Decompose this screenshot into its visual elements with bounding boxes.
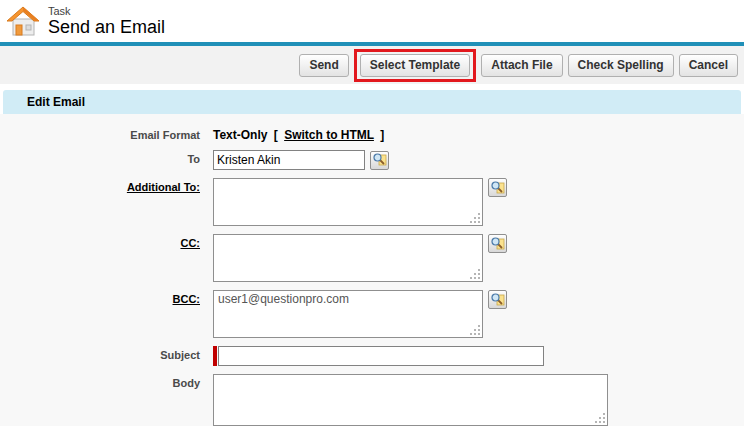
bcc-textarea[interactable]: user1@questionpro.com — [213, 290, 483, 338]
subject-input[interactable] — [218, 346, 544, 366]
magnifier-icon — [491, 181, 505, 195]
cancel-button[interactable]: Cancel — [679, 54, 738, 77]
bcc-lookup-button[interactable] — [488, 290, 507, 309]
required-field-bar — [213, 346, 217, 366]
page-header: Task Send an Email — [0, 0, 744, 42]
additional-to-label-link[interactable]: Additional To: — [127, 181, 200, 193]
email-format-label: Email Format — [0, 126, 200, 142]
action-toolbar: Send Select Template Attach File Check S… — [0, 46, 744, 84]
additional-to-lookup-button[interactable] — [488, 178, 507, 197]
record-type-label: Task — [48, 5, 165, 17]
highlight-annotation-box: Select Template — [354, 49, 476, 82]
bcc-label-link[interactable]: BCC: — [173, 293, 201, 305]
email-format-current: Text-Only — [213, 128, 267, 142]
cc-label-link[interactable]: CC: — [180, 237, 200, 249]
cc-lookup-button[interactable] — [488, 234, 507, 253]
to-lookup-button[interactable] — [370, 151, 389, 170]
page-title: Send an Email — [48, 17, 165, 37]
cc-row: CC: — [0, 234, 744, 282]
subject-label: Subject — [0, 346, 200, 362]
task-house-icon — [6, 5, 40, 38]
to-input[interactable] — [213, 150, 365, 170]
resize-grip-icon[interactable] — [470, 213, 480, 223]
body-textarea[interactable] — [213, 374, 608, 426]
section-title: Edit Email — [3, 90, 741, 114]
attach-file-button[interactable]: Attach File — [481, 54, 562, 77]
additional-to-textarea[interactable] — [213, 178, 483, 226]
magnifier-icon — [491, 293, 505, 307]
email-format-value: Text-Only [ Switch to HTML ] — [213, 126, 387, 142]
magnifier-icon — [373, 153, 387, 167]
additional-to-row: Additional To: — [0, 178, 744, 226]
edit-email-form: Email Format Text-Only [ Switch to HTML … — [0, 114, 744, 426]
email-format-row: Email Format Text-Only [ Switch to HTML … — [0, 126, 744, 142]
magnifier-icon — [491, 237, 505, 251]
switch-to-html-link[interactable]: Switch to HTML — [284, 128, 374, 142]
resize-grip-icon[interactable] — [470, 269, 480, 279]
check-spelling-button[interactable]: Check Spelling — [568, 54, 674, 77]
resize-grip-icon[interactable] — [595, 413, 605, 423]
select-template-button[interactable]: Select Template — [360, 54, 470, 77]
to-label: To — [0, 150, 200, 166]
subject-row: Subject — [0, 346, 744, 366]
bracket-close: ] — [380, 128, 384, 142]
send-button[interactable]: Send — [299, 54, 348, 77]
bcc-row: BCC: user1@questionpro.com — [0, 290, 744, 338]
body-row: Body — [0, 374, 744, 426]
resize-grip-icon[interactable] — [470, 325, 480, 335]
body-label: Body — [0, 374, 200, 390]
to-row: To — [0, 150, 744, 170]
bracket-open: [ — [274, 128, 278, 142]
cc-textarea[interactable] — [213, 234, 483, 282]
